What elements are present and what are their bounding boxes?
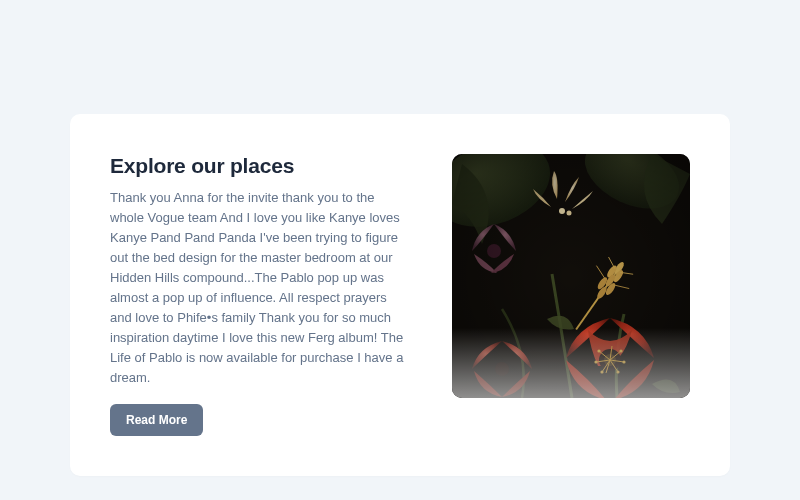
card-body: Thank you Anna for the invite thank you … [110, 188, 412, 388]
read-more-button[interactable]: Read More [110, 404, 203, 436]
card-image [452, 154, 690, 398]
card-content: Explore our places Thank you Anna for th… [110, 154, 412, 436]
card-title: Explore our places [110, 154, 412, 178]
svg-rect-36 [452, 154, 690, 398]
places-card: Explore our places Thank you Anna for th… [70, 114, 730, 476]
